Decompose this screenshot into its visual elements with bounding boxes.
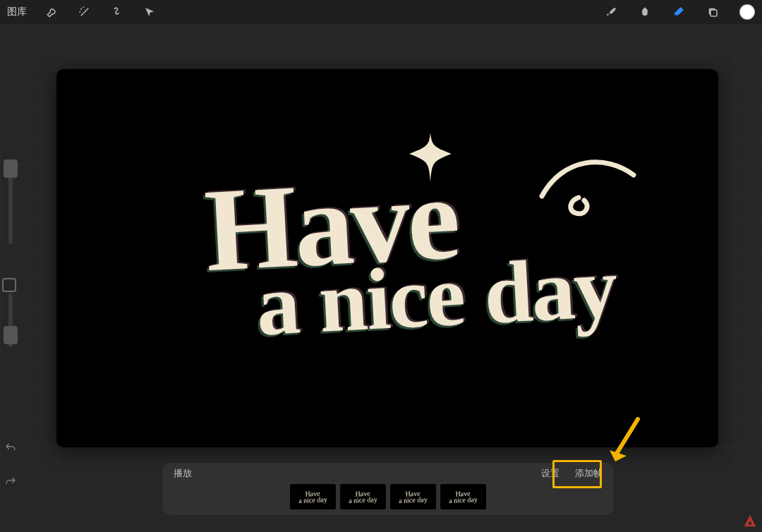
canvas[interactable]: Have a nice day [56,69,718,447]
arrow-icon[interactable] [143,5,157,19]
select-icon[interactable] [110,5,124,19]
frame-thumb-label: Havea nice day [298,490,327,503]
animation-panel: 播放 设置 添加帧 Havea nice dayHavea nice dayHa… [162,463,614,515]
frame-thumb[interactable]: Havea nice day [340,484,386,509]
frame-timeline[interactable]: Havea nice dayHavea nice dayHavea nice d… [162,484,614,514]
opacity-slider[interactable] [8,294,13,347]
animation-panel-header: 播放 设置 添加帧 [162,463,614,484]
undo-button[interactable] [4,442,17,457]
wrench-icon[interactable] [45,5,59,19]
gallery-button[interactable]: 图库 [7,6,27,18]
play-button[interactable]: 播放 [174,467,192,480]
frame-thumb[interactable]: Havea nice day [440,484,486,509]
frame-thumb[interactable]: Havea nice day [290,484,336,509]
layers-icon[interactable] [706,5,720,19]
lettering-text: Have a nice day [56,171,718,346]
frame-thumb-label: Havea nice day [349,490,377,503]
settings-button[interactable]: 设置 [541,467,560,480]
opacity-thumb[interactable] [4,326,18,344]
brush-size-slider[interactable] [8,159,13,244]
eraser-icon[interactable] [672,5,686,19]
canvas-artwork: Have a nice day [56,69,718,447]
left-sidebar [3,159,18,357]
toolbar-left-group: 图库 [7,5,157,19]
frame-thumb-label: Havea nice day [449,490,478,503]
color-picker[interactable] [739,4,755,20]
redo-button[interactable] [4,476,17,491]
wand-icon[interactable] [78,5,92,19]
svg-rect-1 [710,10,717,16]
add-frame-button[interactable]: 添加帧 [575,467,603,480]
toolbar-right-group [604,4,755,20]
brush-size-thumb[interactable] [4,159,18,178]
frame-thumb-label: Havea nice day [399,490,428,503]
smudge-icon[interactable] [638,5,652,19]
top-toolbar: 图库 [0,0,762,24]
frame-thumb[interactable]: Havea nice day [390,484,436,509]
watermark-icon [742,514,758,529]
undo-redo-group [3,442,18,491]
brush-icon[interactable] [604,5,618,19]
svg-point-2 [749,522,751,525]
